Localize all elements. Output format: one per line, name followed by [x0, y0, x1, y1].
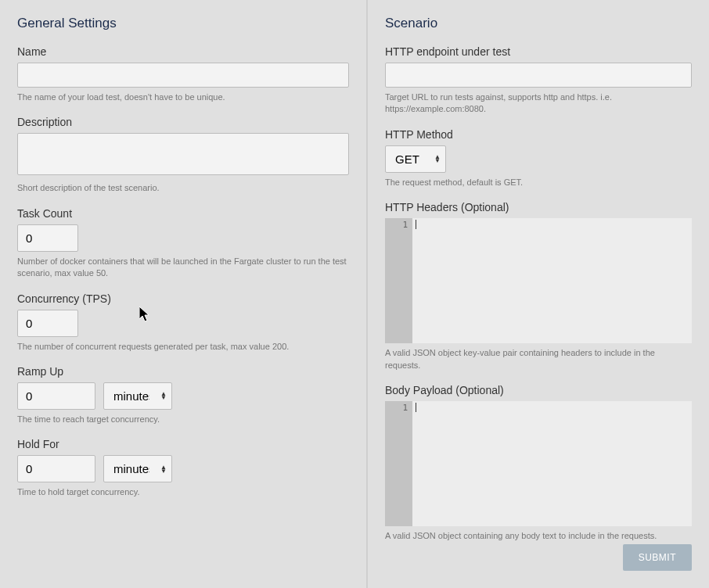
body-editor[interactable]: 1 [385, 401, 692, 526]
task-count-help: Number of docker containers that will be… [17, 256, 349, 280]
body-gutter: 1 [385, 401, 412, 526]
ramp-up-input[interactable] [17, 382, 95, 410]
body-help: A valid JSON object containing any body … [385, 530, 692, 542]
method-field: HTTP Method GET ▲▼ The request method, d… [385, 128, 692, 188]
form-container: General Settings Name The name of your l… [0, 0, 709, 588]
ramp-up-label: Ramp Up [17, 365, 349, 378]
hold-for-unit-select[interactable]: minutes [103, 455, 172, 482]
concurrency-input[interactable] [17, 310, 78, 337]
hold-for-field: Hold For minutes ▲▼ Time to hold target … [17, 438, 349, 498]
description-label: Description [17, 116, 349, 128]
task-count-field: Task Count Number of docker containers t… [17, 207, 349, 280]
body-content[interactable] [412, 401, 692, 526]
endpoint-field: HTTP endpoint under test Target URL to r… [385, 45, 692, 116]
task-count-input[interactable] [17, 224, 78, 252]
concurrency-help: The number of concurrent requests genera… [17, 341, 349, 353]
name-label: Name [17, 45, 349, 58]
name-help: The name of your load test, doesn't have… [17, 91, 349, 103]
description-field: Description Short description of the tes… [17, 116, 349, 194]
headers-editor[interactable]: 1 [385, 218, 692, 343]
general-settings-panel: General Settings Name The name of your l… [0, 0, 368, 588]
concurrency-label: Concurrency (TPS) [17, 292, 349, 305]
description-help: Short description of the test scenario. [17, 182, 349, 194]
endpoint-input[interactable] [385, 63, 692, 88]
headers-help: A valid JSON object key-value pair conta… [385, 347, 692, 371]
hold-for-label: Hold For [17, 438, 349, 450]
name-input[interactable] [17, 63, 349, 88]
method-select[interactable]: GET [385, 145, 446, 173]
submit-button[interactable]: SUBMIT [623, 544, 692, 571]
general-settings-title: General Settings [17, 16, 349, 31]
line-number: 1 [387, 220, 408, 230]
hold-for-input[interactable] [17, 455, 95, 482]
scenario-panel: Scenario HTTP endpoint under test Target… [368, 0, 709, 588]
task-count-label: Task Count [17, 207, 349, 220]
endpoint-help: Target URL to run tests against, support… [385, 91, 692, 116]
scenario-title: Scenario [385, 16, 692, 31]
headers-field: HTTP Headers (Optional) 1 A valid JSON o… [385, 201, 692, 371]
line-number: 1 [387, 403, 408, 413]
description-input[interactable] [17, 133, 349, 175]
headers-label: HTTP Headers (Optional) [385, 201, 692, 213]
hold-for-help: Time to hold target concurrency. [17, 486, 349, 498]
ramp-up-field: Ramp Up minutes ▲▼ The time to reach tar… [17, 365, 349, 425]
body-label: Body Payload (Optional) [385, 384, 692, 396]
submit-row: SUBMIT [623, 544, 692, 571]
headers-content[interactable] [412, 218, 692, 343]
endpoint-label: HTTP endpoint under test [385, 45, 692, 58]
ramp-up-help: The time to reach target concurrency. [17, 414, 349, 425]
headers-gutter: 1 [385, 218, 412, 343]
method-label: HTTP Method [385, 128, 692, 141]
method-help: The request method, default is GET. [385, 177, 692, 188]
body-field: Body Payload (Optional) 1 A valid JSON o… [385, 384, 692, 542]
ramp-up-unit-select[interactable]: minutes [103, 382, 172, 410]
concurrency-field: Concurrency (TPS) The number of concurre… [17, 292, 349, 353]
name-field: Name The name of your load test, doesn't… [17, 45, 349, 103]
